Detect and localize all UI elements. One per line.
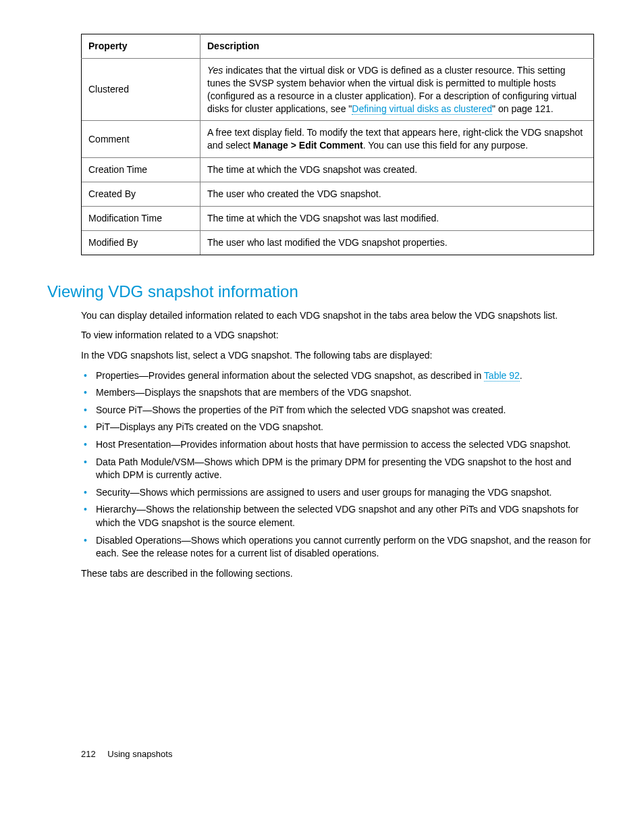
list-item: Data Path Module/VSM—Shows which DPM is … xyxy=(81,456,597,482)
paragraph: You can display detailed information rel… xyxy=(81,309,597,323)
bold-text: Manage > Edit Comment xyxy=(253,140,363,151)
table-row: Clustered Yes indicates that the virtual… xyxy=(82,58,594,121)
table-row: Modification Time The time at which the … xyxy=(82,207,594,231)
text: . xyxy=(520,370,522,381)
properties-table: Property Description Clustered Yes indic… xyxy=(81,34,594,255)
link-defining-virtual-disks[interactable]: Defining virtual disks as clustered xyxy=(352,103,492,115)
paragraph: In the VDG snapshots list, select a VDG … xyxy=(81,349,597,363)
table-row: Created By The user who created the VDG … xyxy=(82,182,594,207)
italic-text: Yes xyxy=(207,65,223,76)
list-item: Host Presentation—Provides information a… xyxy=(81,438,597,452)
table-row: Modified By The user who last modified t… xyxy=(82,230,594,255)
list-item: Hierarchy—Shows the relationship between… xyxy=(81,503,597,529)
col-header-property: Property xyxy=(82,34,200,59)
table-row: Creation Time The time at which the VDG … xyxy=(82,158,594,182)
list-item: Security—Shows which permissions are ass… xyxy=(81,486,597,500)
cell-description: The user who created the VDG snapshot. xyxy=(200,182,594,207)
cell-description: The time at which the VDG snapshot was c… xyxy=(200,158,594,182)
cell-property: Created By xyxy=(82,182,200,207)
list-item: Properties—Provides general information … xyxy=(81,369,597,383)
tab-list: Properties—Provides general information … xyxy=(81,369,597,561)
cell-property: Modification Time xyxy=(82,207,200,231)
paragraph: To view information related to a VDG sna… xyxy=(81,329,597,342)
paragraph: These tabs are described in the followin… xyxy=(81,567,597,581)
cell-property: Clustered xyxy=(82,58,200,121)
col-header-description: Description xyxy=(200,34,594,59)
footer-title: Using snapshots xyxy=(107,749,172,759)
list-item: PiT—Displays any PiTs created on the VDG… xyxy=(81,421,597,434)
section-heading: Viewing VDG snapshot information xyxy=(47,282,597,301)
cell-description: The user who last modified the VDG snaps… xyxy=(200,230,594,255)
cell-property: Creation Time xyxy=(82,158,200,182)
cell-description: A free text display field. To modify the… xyxy=(200,121,594,158)
text: . You can use this field for any purpose… xyxy=(363,140,528,151)
link-table-92[interactable]: Table 92 xyxy=(484,370,520,382)
text: " on page 121. xyxy=(492,103,554,114)
cell-description: The time at which the VDG snapshot was l… xyxy=(200,207,594,231)
list-item: Members—Displays the snapshots that are … xyxy=(81,386,597,400)
page-number: 212 xyxy=(81,749,96,759)
page-footer: 212 Using snapshots xyxy=(81,749,597,759)
text: Properties—Provides general information … xyxy=(96,370,484,381)
list-item: Disabled Operations—Shows which operatio… xyxy=(81,534,597,561)
list-item: Source PiT—Shows the properties of the P… xyxy=(81,404,597,417)
cell-property: Modified By xyxy=(82,230,200,255)
cell-description: Yes indicates that the virtual disk or V… xyxy=(200,58,594,121)
cell-property: Comment xyxy=(82,121,200,158)
table-row: Comment A free text display field. To mo… xyxy=(82,121,594,158)
